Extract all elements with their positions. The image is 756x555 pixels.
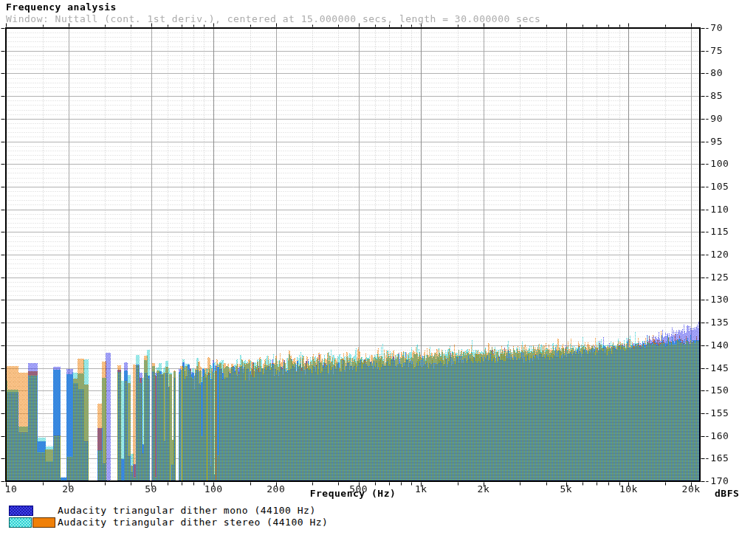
- y-tick-label: -95: [704, 136, 723, 147]
- y-tick-label: -110: [704, 204, 729, 215]
- legend-swatch-mono: [9, 506, 33, 516]
- y-tick-label: -90: [704, 113, 723, 124]
- legend-swatch-stereo-right: [32, 517, 55, 528]
- y-tick-label: -165: [704, 452, 729, 463]
- y-tick-label: -80: [704, 67, 723, 78]
- legend-swatch-stereo-left: [9, 517, 32, 528]
- y-tick-label: -130: [704, 294, 729, 305]
- y-tick-label: -135: [704, 317, 729, 328]
- y-tick-label: -160: [704, 430, 729, 441]
- y-tick-label: -140: [704, 339, 729, 351]
- x-tick-label: 1k: [415, 483, 427, 494]
- x-tick-label: 200: [267, 483, 285, 494]
- x-tick-label: 10k: [619, 483, 638, 494]
- x-tick-label: 20: [62, 483, 75, 494]
- x-axis-title: Frequency (Hz): [310, 488, 396, 499]
- y-axis-title: dBFS: [715, 488, 739, 499]
- legend-label-mono: Audacity triangular dither mono (44100 H…: [58, 505, 316, 516]
- y-tick-label: -75: [704, 45, 723, 56]
- y-tick-label: -105: [704, 181, 729, 192]
- y-tick-label: -125: [704, 272, 729, 283]
- y-tick-label: -120: [704, 249, 729, 260]
- y-tick-label: -155: [704, 407, 729, 418]
- page-title: Frequency analysis: [6, 1, 117, 13]
- y-tick-label: -100: [704, 158, 729, 169]
- spectrum-chart-canvas: [0, 0, 756, 502]
- y-tick-label: -150: [704, 385, 729, 396]
- x-tick-label: 10: [5, 483, 18, 494]
- window-info-subtitle: Window: Nuttall (cont. 1st deriv.), cent…: [6, 13, 540, 24]
- x-tick-label: 2k: [478, 483, 490, 494]
- x-tick-label: 100: [205, 483, 223, 494]
- y-tick-label: -145: [704, 362, 729, 373]
- frequency-analysis-window: { "header": { "title": "Frequency analys…: [0, 0, 756, 555]
- y-tick-label: -115: [704, 226, 729, 237]
- legend-label-stereo: Audacity triangular dither stereo (44100…: [58, 517, 328, 528]
- y-tick-label: -70: [704, 22, 723, 33]
- x-tick-label: 50: [145, 483, 157, 494]
- x-tick-label: 5k: [560, 483, 572, 494]
- y-tick-label: -85: [704, 90, 723, 101]
- x-tick-label: 20k: [682, 483, 701, 494]
- y-tick-label: -170: [704, 475, 729, 486]
